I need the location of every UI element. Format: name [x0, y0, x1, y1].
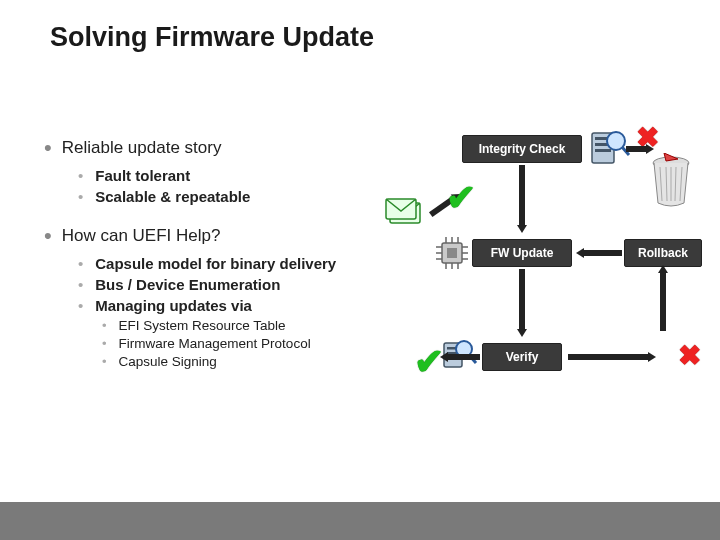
bullet-l2: •Managing updates via	[78, 297, 404, 314]
bullet-text: Bus / Device Enumeration	[95, 276, 280, 293]
bullet-l2: •Bus / Device Enumeration	[78, 276, 404, 293]
bullet-text: How can UEFI Help?	[62, 226, 221, 245]
rollback-box: Rollback	[624, 239, 702, 267]
arrow-icon	[660, 271, 666, 331]
bullet-content: •Reliable update story •Fault tolerant •…	[44, 135, 404, 372]
bullet-text: Fault tolerant	[95, 167, 190, 184]
arrow-icon	[568, 354, 650, 360]
slide-title: Solving Firmware Update	[50, 22, 374, 53]
bullet-l3: •Firmware Management Protocol	[102, 336, 404, 351]
integrity-check-box: Integrity Check	[462, 135, 582, 163]
arrow-icon	[519, 165, 525, 227]
bullet-text: EFI System Resource Table	[119, 318, 286, 333]
bullet-text: Capsule model for binary delivery	[95, 255, 336, 272]
bullet-l3: •Capsule Signing	[102, 354, 404, 369]
bullet-l3: •EFI System Resource Table	[102, 318, 404, 333]
footer-bar	[0, 502, 720, 540]
bullet-text: Reliable update story	[62, 138, 222, 157]
bullet-l1: •Reliable update story	[44, 135, 404, 161]
arrow-icon	[446, 354, 480, 360]
bullet-l2: •Capsule model for binary delivery	[78, 255, 404, 272]
arrow-icon	[519, 269, 525, 331]
bullet-text: Firmware Management Protocol	[119, 336, 311, 351]
box-label: Integrity Check	[479, 142, 566, 156]
arrow-icon	[582, 250, 622, 256]
bullet-text: Capsule Signing	[119, 354, 217, 369]
check-icon: ✔	[446, 177, 476, 219]
cross-icon: ✖	[678, 339, 701, 372]
check-icon: ✔	[414, 341, 444, 383]
flow-diagram: Integrity Check ✖ ✔	[392, 135, 712, 445]
arrow-icon	[626, 146, 648, 152]
bullet-text: Scalable & repeatable	[95, 188, 250, 205]
bullet-l2: •Scalable & repeatable	[78, 188, 404, 205]
box-label: FW Update	[491, 246, 554, 260]
svg-rect-5	[595, 149, 611, 152]
verify-box: Verify	[482, 343, 562, 371]
bullet-l1: •How can UEFI Help?	[44, 223, 404, 249]
bullet-text: Managing updates via	[95, 297, 252, 314]
bullet-l2: •Fault tolerant	[78, 167, 404, 184]
box-label: Rollback	[638, 246, 688, 260]
mail-icon	[384, 193, 428, 229]
box-label: Verify	[506, 350, 539, 364]
svg-rect-16	[447, 248, 457, 258]
fw-update-box: FW Update	[472, 239, 572, 267]
chip-icon	[434, 235, 470, 271]
trash-icon	[646, 153, 696, 209]
